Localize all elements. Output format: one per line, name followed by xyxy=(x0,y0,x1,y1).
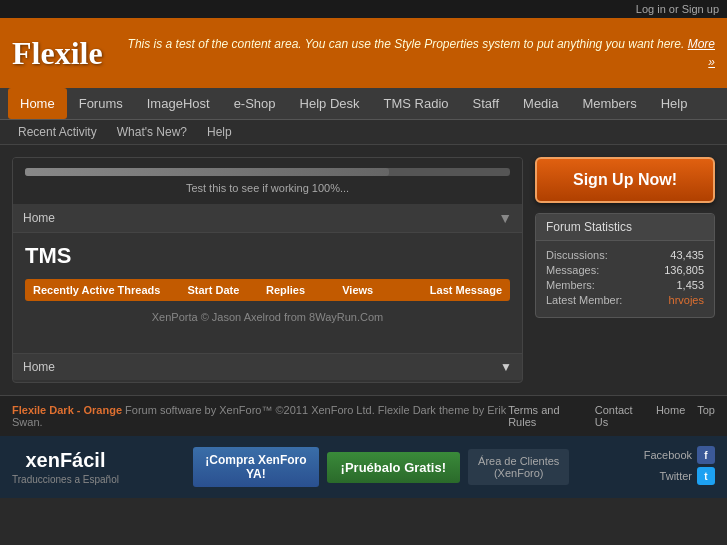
footer-left: Flexile Dark - Orange Forum software by … xyxy=(12,404,508,428)
nav-item-imagehost[interactable]: ImageHost xyxy=(135,88,222,119)
nav-item-eshop[interactable]: e-Shop xyxy=(222,88,288,119)
xenporta-credit: XenPorta © Jason Axelrod from 8WayRun.Co… xyxy=(25,301,510,333)
compra-button[interactable]: ¡Compra XenForo YA! xyxy=(193,447,318,487)
tms-section: TMS Recently Active Threads Start Date R… xyxy=(13,233,522,343)
facebook-label: Facebook xyxy=(644,449,692,461)
left-panel: Test this to see if working 100%... Home… xyxy=(12,157,523,383)
twitter-row: Twitter t xyxy=(644,467,715,485)
nav-item-home[interactable]: Home xyxy=(8,88,67,119)
right-panel: Sign Up Now! Forum Statistics Discussion… xyxy=(535,157,715,383)
breadcrumb-bottom-left: Home ▼ xyxy=(13,353,522,380)
header-more-link[interactable]: More » xyxy=(688,37,715,69)
secondary-nav-help[interactable]: Help xyxy=(197,120,242,144)
threads-table-header: Recently Active Threads Start Date Repli… xyxy=(25,279,510,301)
progress-bar-area: Test this to see if working 100%... xyxy=(13,158,522,204)
nav-item-forums[interactable]: Forums xyxy=(67,88,135,119)
forum-stats-header: Forum Statistics xyxy=(536,214,714,241)
footer-home-link[interactable]: Home xyxy=(656,404,685,428)
nav-item-media[interactable]: Media xyxy=(511,88,570,119)
stat-label-latest-member: Latest Member: xyxy=(546,294,622,306)
tms-title: TMS xyxy=(25,243,510,269)
progress-bar-fill xyxy=(25,168,389,176)
forum-stats-box: Forum Statistics Discussions: 43,435 Mes… xyxy=(535,213,715,318)
footer-links: Terms and Rules Contact Us Home Top xyxy=(508,404,715,428)
logo-area: Flexile xyxy=(12,35,103,72)
area-clientes-button[interactable]: Área de Clientes (XenForo) xyxy=(468,449,569,485)
twitter-label: Twitter xyxy=(660,470,692,482)
breadcrumb-bottom-arrow: ▼ xyxy=(500,360,512,374)
stat-label-messages: Messages: xyxy=(546,264,599,276)
facebook-row: Facebook f xyxy=(644,446,715,464)
login-signup-link[interactable]: Log in or Sign up xyxy=(636,3,719,15)
xenfacil-logo-facil: Fácil xyxy=(60,449,106,471)
col-title: Recently Active Threads xyxy=(33,284,177,296)
site-footer: Flexile Dark - Orange Forum software by … xyxy=(0,395,727,436)
forum-stats-content: Discussions: 43,435 Messages: 136,805 Me… xyxy=(536,241,714,317)
breadcrumb-top: Home ▼ xyxy=(13,204,522,233)
main-content: Test this to see if working 100%... Home… xyxy=(0,145,727,395)
stat-label-discussions: Discussions: xyxy=(546,249,608,261)
primary-nav: Home Forums ImageHost e-Shop Help Desk T… xyxy=(0,88,727,120)
stat-row-latest-member: Latest Member: hrvojes xyxy=(546,294,704,306)
header: Flexile This is a test of the content ar… xyxy=(0,18,727,88)
stat-value-discussions: 43,435 xyxy=(670,249,704,261)
twitter-icon[interactable]: t xyxy=(697,467,715,485)
secondary-nav-whats-new[interactable]: What's New? xyxy=(107,120,197,144)
signup-button[interactable]: Sign Up Now! xyxy=(535,157,715,203)
col-start: Start Date xyxy=(177,284,249,296)
xenfacil-left: xenFácil Traducciones a Español xyxy=(12,449,119,485)
xenfacil-bar: xenFácil Traducciones a Español ¡Compra … xyxy=(0,436,727,498)
progress-bar-container xyxy=(25,168,510,176)
top-bar: Log in or Sign up xyxy=(0,0,727,18)
stat-row-messages: Messages: 136,805 xyxy=(546,264,704,276)
nav-item-staff[interactable]: Staff xyxy=(461,88,512,119)
col-replies: Replies xyxy=(249,284,321,296)
prueba-button[interactable]: ¡Pruébalo Gratis! xyxy=(327,452,460,483)
footer-terms-link[interactable]: Terms and Rules xyxy=(508,404,583,428)
header-notice: This is a test of the content area. You … xyxy=(103,35,715,71)
stat-value-messages: 136,805 xyxy=(664,264,704,276)
stat-label-members: Members: xyxy=(546,279,595,291)
secondary-nav-recent[interactable]: Recent Activity xyxy=(8,120,107,144)
xenfacil-buttons: ¡Compra XenForo YA! ¡Pruébalo Gratis! Ár… xyxy=(129,447,634,487)
stat-value-members: 1,453 xyxy=(676,279,704,291)
progress-text: Test this to see if working 100%... xyxy=(25,182,510,194)
nav-item-help[interactable]: Help xyxy=(649,88,700,119)
footer-top-link[interactable]: Top xyxy=(697,404,715,428)
breadcrumb-arrow: ▼ xyxy=(498,210,512,226)
col-views: Views xyxy=(322,284,394,296)
nav-item-tmsradio[interactable]: TMS Radio xyxy=(372,88,461,119)
secondary-nav: Recent Activity What's New? Help xyxy=(0,120,727,145)
footer-contact-link[interactable]: Contact Us xyxy=(595,404,644,428)
site-logo[interactable]: Flexile xyxy=(12,35,103,72)
col-last: Last Message xyxy=(394,284,502,296)
nav-item-helpdesk[interactable]: Help Desk xyxy=(288,88,372,119)
xenfacil-social: Facebook f Twitter t xyxy=(644,446,715,488)
stat-row-discussions: Discussions: 43,435 xyxy=(546,249,704,261)
facebook-icon[interactable]: f xyxy=(697,446,715,464)
nav-item-members[interactable]: Members xyxy=(570,88,648,119)
xenfacil-logo: xenFácil xyxy=(25,449,105,472)
stat-row-members: Members: 1,453 xyxy=(546,279,704,291)
stat-value-latest-member[interactable]: hrvojes xyxy=(669,294,704,306)
footer-copyright-text: Forum software by XenForo™ ©2011 XenForo… xyxy=(125,404,375,416)
theme-name: Flexile Dark - Orange xyxy=(12,404,122,416)
xenfacil-subtitle: Traducciones a Español xyxy=(12,474,119,485)
xenfacil-logo-xen: xen xyxy=(25,449,59,471)
